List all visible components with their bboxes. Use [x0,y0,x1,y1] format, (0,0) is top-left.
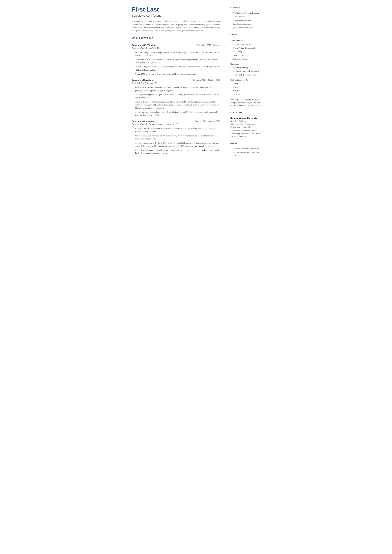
list-item: Envisaged and created an automated proce… [132,127,220,133]
contact-section-title: CONTACT [231,6,263,10]
job-1-title: Salesforce QA / Testing [132,44,156,47]
skills-section-title: SKILLS [231,34,263,37]
job-3-header: Salesforce Consultant August 2010 – Janu… [132,120,220,123]
list-item: Maintained 25 versions of test sets and … [132,58,220,64]
list-item: Reduced manual data entry of staff by 10… [132,149,220,155]
work-experience-section-title: WORK EXPERIENCE [132,37,220,41]
other-section-title: OTHER [231,142,263,146]
job-1-bullets: Performed sanity / smoke testing for eac… [132,51,220,76]
list-item: Salesforce Sales Cloud Consultant (SSCC)… [231,151,263,157]
job-1-company: Resume Worded, New York, NY [132,47,220,50]
list-item: Apex Programming [231,66,263,69]
job-2-header: Salesforce Developer February 2013 – Oct… [132,78,220,82]
technical-skills-list: Unit Testing (Advanced) System Testing (… [231,43,263,60]
list-item: Supported 650 Growthsi users in 8 countr… [132,86,220,92]
job-2-title: Salesforce Developer [132,78,154,82]
list-item: Introduced Salesforce to RWEC in 2010, w… [132,141,220,148]
list-item: Achieved a 99% customer satisfaction rat… [132,134,220,140]
job-1-dates: November 2015 – Present [197,44,220,47]
list-item: Cucumber [231,93,263,96]
list-item: UAT Testing [231,50,263,53]
list-item: github.com/resumeworded [231,26,263,29]
job-2-bullets: Supported 650 Growthsi users in 8 countr… [132,86,220,117]
contact-list: Des Moines, IA (Open to Remote) +1-555-3… [231,12,263,29]
education-section-title: EDUCATION [231,111,263,115]
list-item: System Testing (Experienced) [231,47,263,49]
edu-field: Computer Science Engineering [231,123,263,126]
edu-awards: Awards: Resume Worded Teaching Fellow (o… [231,129,263,138]
other-list: Salesforce Certified Administrator. Sale… [231,147,263,157]
list-item: Developed and implemented Apex Classes, … [132,93,220,99]
job-3-bullets: Envisaged and created an automated proce… [132,127,220,155]
job-1-header: Salesforce QA / Testing November 2015 – … [132,44,220,47]
list-item: Implemented pick lists, lookups, master-… [132,111,220,117]
list-item: Testim [231,82,263,85]
job-2-company: Growthsi, San Francisco, CA [132,82,220,85]
list-item: +1-555-332-454 [231,15,263,18]
summary-text: Salesforce QA and tester with 9 years of… [132,20,220,32]
right-column: CONTACT Des Moines, IA (Open to Remote) … [226,0,267,189]
job-title-header: Salesforce QA / Testing [132,14,220,18]
left-column: First Last Salesforce QA / Testing Sales… [125,0,226,189]
promo-link[interactable]: Resume Worded [245,98,257,101]
list-item: Regression Testing [231,57,263,60]
list-item: Performed sanity / smoke testing for eac… [132,51,220,57]
edu-degree: Bachelor of Science [231,120,263,123]
techniques-label: Techniques: [231,63,263,65]
job-2-dates: February 2013 – October 2015 [193,79,220,82]
list-item: Workday [231,89,263,92]
list-item: email@resumeworded.com [231,19,263,22]
list-item: Des Moines, IA (Open to Remote) [231,12,263,14]
list-item: Prepared 350 test scenarios & test cases… [132,73,220,76]
job-3-dates: August 2010 – January 2013 [195,120,220,123]
job-3-title: Salesforce Consultant [132,120,154,123]
tools-list: Testim ACCELQ Workday Cucumber [231,82,263,96]
promo-block: Don't forget to use Resume Worded to sca… [231,98,263,107]
techniques-list: Apex Programming HP Unified Functional T… [231,66,263,76]
list-item: Created 3K bugs in 4 sandboxes and assig… [132,65,220,71]
promo-text-before: Don't forget to use [231,98,245,101]
edu-school: Resume Worded University [231,117,263,120]
list-item: HP Unified Functional Testing (UFT) [231,70,263,73]
list-item: linkedin.com/in/username [231,23,263,25]
list-item: Designed 25 components including custom … [132,100,220,110]
list-item: Salesforce Certified Administrator. [231,147,263,150]
resume-page: First Last Salesforce QA / Testing Sales… [125,0,267,189]
edu-date: Boston, MA — May 2009 [231,126,263,128]
list-item: Unit Testing (Advanced) [231,43,263,46]
list-item: Production Testing [231,54,263,57]
list-item: ACCELQ [231,86,263,89]
list-item: Force.com IDE (Eclipse-based) [231,73,263,76]
job-3-company: Resume Worded's Exciting Company, New Yo… [132,123,220,126]
header-section: First Last Salesforce QA / Testing [132,6,220,18]
tools-label: Tools and Frameworks: [231,78,263,81]
full-name: First Last [132,6,220,13]
technical-skills-label: Technical Skills: [231,39,263,42]
